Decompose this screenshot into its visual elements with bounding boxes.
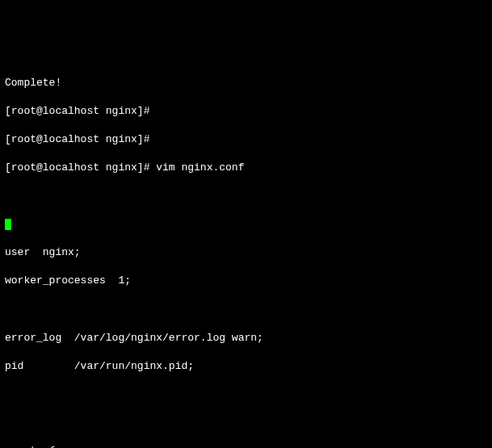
terminal-cursor-icon	[5, 219, 11, 230]
blank-line	[5, 416, 487, 430]
shell-prompt-3[interactable]: [root@localhost nginx]# vim nginx.conf	[5, 161, 487, 175]
conf-pid: pid /var/run/nginx.pid;	[5, 359, 487, 374]
complete-line: Complete!	[5, 76, 487, 90]
conf-worker-processes: worker_processes 1;	[5, 274, 487, 288]
terminal-output: Complete! [root@localhost nginx]# [root@…	[5, 61, 487, 448]
conf-user: user nginx;	[5, 245, 487, 260]
shell-prompt-2: [root@localhost nginx]#	[5, 132, 487, 147]
blank-line	[5, 302, 487, 316]
blank-line	[5, 189, 487, 203]
cursor-line[interactable]	[5, 217, 487, 232]
blank-line	[5, 387, 487, 402]
shell-prompt-1: [root@localhost nginx]#	[5, 104, 487, 119]
conf-events-open: events {	[5, 444, 487, 448]
conf-error-log: error_log /var/log/nginx/error.log warn;	[5, 331, 487, 345]
